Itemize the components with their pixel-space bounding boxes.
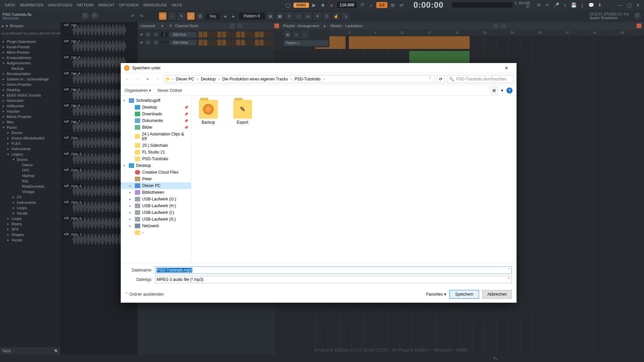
play-button[interactable]: ▶ [311,2,318,8]
song-position-slider[interactable] [452,2,513,8]
playlist-clip[interactable] [409,51,470,64]
crumb-seg[interactable]: Die Produktion eines eigenen Tracks [221,77,289,81]
crumb-dropdown-icon[interactable]: ˅ [427,77,433,81]
menu-werkzeuge[interactable]: WERKZEUGE [141,2,169,8]
new-folder-button[interactable]: Neuer Ordner [158,88,182,93]
browser-button[interactable]: ▭ [304,12,312,20]
nav-tree-item[interactable]: ▸USB-Laufwerk (I:) [121,209,191,216]
tree-item[interactable]: ▸Demo-Projekte [0,82,60,87]
minimize-icon[interactable]: — [617,2,624,8]
tree-item[interactable]: ▸Meine Projekte [0,114,60,119]
cr-close-icon[interactable] [274,23,279,28]
touch-button[interactable]: ☝ [332,12,340,20]
metronome-icon[interactable]: ◯ [285,2,291,8]
tree-item[interactable]: ▸Drums [0,130,60,135]
sample-row[interactable]: HIP_Hat [60,22,138,38]
tree-item[interactable]: ▸Plugin-Datenbank [0,39,60,44]
browser-tab[interactable]: ALLE [1,31,9,37]
visualizer-knob[interactable] [634,12,641,20]
plugin-button[interactable]: ✦ [314,12,321,20]
download-icon[interactable]: ⬇ [596,2,603,8]
pattern-grid-icon[interactable]: ⊞ [284,31,291,38]
nav-recent-button[interactable]: ▾ [144,75,152,83]
close-panels-button[interactable]: ↘ [342,12,349,20]
browser-tab[interactable]: PLUGINS [24,31,38,37]
close-app-icon[interactable]: ✕ [635,2,641,8]
cr-menu-icon[interactable] [230,23,235,28]
link-icon[interactable]: 🔗 [187,12,195,20]
tree-item[interactable]: ▸Instruments [0,146,60,152]
dialog-close-button[interactable]: ✕ [500,63,513,73]
search-icon[interactable]: 🔍 [54,349,58,353]
nav-tree-item[interactable]: ▸USB-Laufwerk (G:) [121,196,191,202]
tree-item[interactable]: ▸Vocals [0,210,60,216]
piano-button[interactable]: ▦ [276,12,283,20]
tree-item[interactable]: ▾Aufgenommen [0,60,60,66]
nav-tree-item[interactable]: ▾Desktop [121,162,191,169]
favorites-button[interactable]: Favorites▾ [426,292,446,297]
nav-tree-item[interactable]: FL Studio 21 [121,149,191,156]
tools-icon[interactable]: ✂ [544,2,551,8]
cr-min-icon[interactable] [237,23,242,28]
snap-next-icon[interactable]: ▸ [230,13,237,19]
tree-item[interactable]: HipHop [0,173,60,178]
dialog-file-area[interactable]: Backup✎Export [191,96,517,263]
fwd-icon[interactable]: ↷ [138,13,145,19]
grid-icon[interactable]: ⊞ [389,2,396,8]
tree-item[interactable]: ▾Packs [0,125,60,130]
cr-group-select[interactable]: Unsorted [140,24,155,28]
menu-hilfe[interactable]: HILFE [170,2,184,8]
sample-row[interactable]: HIP_Hat_2 [60,38,138,54]
tree-item[interactable]: ▸EEEE EEEE Sounds [0,93,60,98]
channel-button[interactable]: ≡ [285,12,293,20]
help-button[interactable]: ? [506,87,513,94]
count-icon[interactable]: ♪ [368,2,374,8]
tree-item[interactable]: Backup [0,66,60,71]
menu-pattern[interactable]: PATTERN [75,2,96,8]
tree-item[interactable]: ▸Impulse [0,109,60,114]
back-icon[interactable]: ↶ [129,13,136,19]
tree-item[interactable]: ▸Risers [0,221,60,227]
crumb-seg[interactable]: PSD-Tutotrials [293,77,322,81]
refresh-button[interactable]: ⟳ [437,75,445,83]
tree-item[interactable]: ▾Drums [0,157,60,162]
filetype-dropdown-icon[interactable]: ˅ [508,277,510,282]
tree-item[interactable]: RealDrumkits [0,184,60,189]
tree-item[interactable]: ▸FLEX [0,141,60,146]
tree-item[interactable]: Dance [0,162,60,168]
nav-up-button[interactable]: ↑ [154,75,162,83]
menu-bearbeiten[interactable]: BEARBEITEN [18,2,46,8]
pitch-knob[interactable] [91,12,99,20]
timesig-display[interactable]: 3.2 [376,2,387,8]
hide-folders-button[interactable]: ˄ Ordner ausblenden [125,292,164,297]
nav-tree-item[interactable]: - [121,229,191,236]
time-display[interactable]: 0:00:00 [414,0,444,10]
channel-row[interactable]: 2808 Kick [140,32,279,38]
tree-item[interactable]: Kits [0,178,60,184]
menu-ansicht[interactable]: ANSICHT [96,2,116,8]
breadcrumb[interactable]: 📁 › Dieser PC › Desktop › Die Produktion… [164,75,435,83]
tree-item[interactable]: Vintage [0,189,60,194]
export-icon[interactable]: ⭳ [579,2,586,8]
nav-back-button[interactable]: ← [123,75,131,83]
browser-tab[interactable]: LIBRARY [38,31,51,37]
playlist-close-icon[interactable] [637,23,641,28]
stop-button[interactable]: ■ [320,2,326,8]
tree-item[interactable]: ▸Dateien in…ischenablage [0,76,60,82]
nav-tree-item[interactable]: Bilder📌 [121,124,191,131]
menu-optionen[interactable]: OPTIONEN [117,2,140,8]
nav-tree-item[interactable]: Downloads📌 [121,111,191,117]
playlist-min-icon[interactable] [493,23,498,28]
tree-item[interactable]: ▸Gerendert [0,98,60,103]
maximize-icon[interactable]: ▢ [626,2,633,8]
crumb-seg[interactable]: Desktop [200,77,217,81]
playlist-ruler[interactable]: 591317212529333741454953 [275,29,644,36]
tree-item[interactable]: ▸Loops [0,216,60,221]
tree-item[interactable]: ▸Kompositionen [0,55,60,60]
tempo-button[interactable]: ⏲ [323,12,330,20]
tree-item[interactable]: ▸Benutzerdaten [0,71,60,76]
cancel-button[interactable]: Abbrechen [482,290,512,299]
scroll-icon[interactable]: ⇄ [398,2,405,8]
nav-tree-item[interactable]: ▸Bibliotheken [121,189,191,196]
song-mode-button[interactable]: SONG [293,3,309,8]
